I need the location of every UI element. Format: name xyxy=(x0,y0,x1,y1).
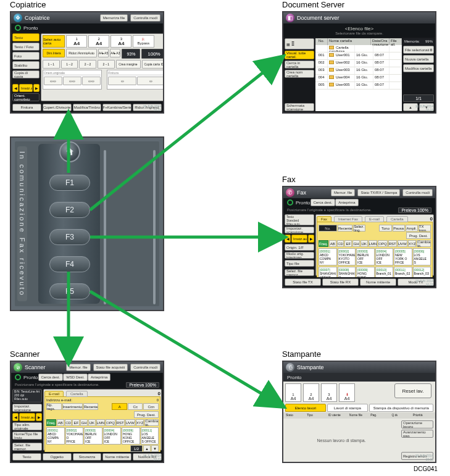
scan-file-nametype[interactable]: Nome/Tipo file Invio xyxy=(12,432,42,440)
fax-txrx-status[interactable]: Stato TX/RX / Stampa xyxy=(357,189,400,196)
fax-store-file[interactable]: Memor. file xyxy=(331,189,355,196)
scan-sender[interactable]: Nome mittente xyxy=(102,453,131,461)
scan-feed-type[interactable]: Tipo alim. originale xyxy=(12,422,42,430)
scan-subject[interactable]: Oggetto xyxy=(43,453,72,461)
destination[interactable]: [00011]Branch_02 xyxy=(394,267,412,277)
scan-sel-stored[interactable]: Selez. file memor. xyxy=(12,443,42,451)
fax-file-type[interactable]: Tipo file xyxy=(285,260,314,267)
destination[interactable]: [00009]HONG KONGOFFICE xyxy=(356,267,375,277)
alpha-opq[interactable]: OPQ xyxy=(106,419,115,426)
scan-check-modes[interactable]: Controlla modi xyxy=(130,364,160,371)
alpha-ijk[interactable]: IJK xyxy=(360,240,368,247)
dup-1to1[interactable]: 1→1 xyxy=(43,60,60,69)
full-options[interactable]: Orient. compilato xyxy=(12,93,40,101)
table-row[interactable]: 003 User003 16 Giu.08:07 xyxy=(315,67,402,75)
alpha-uvw[interactable]: UVW xyxy=(398,240,407,247)
f2-key[interactable]: F2 xyxy=(49,202,90,218)
search-in-folder[interactable]: Cerca in cartella xyxy=(285,61,314,69)
table-row[interactable]: 002 User002 16 Giu.08:07 xyxy=(315,60,402,67)
destination[interactable]: [00005]NEW YORK OFFICE xyxy=(394,248,412,265)
check-modes-button[interactable]: Controlla modi xyxy=(130,14,160,22)
view-mode[interactable]: ▦ ≣ xyxy=(285,38,314,49)
alpha-xyz[interactable]: XYZ xyxy=(408,240,417,247)
destination[interactable]: [00004]LONDON OFFICE xyxy=(103,427,122,445)
scan-summary[interactable]: B/N: Testo/Line Art200 dpiRilev.auto xyxy=(12,389,42,403)
f4-key[interactable]: F4 xyxy=(49,256,90,272)
tab-folder[interactable]: Cartella xyxy=(386,216,408,222)
tab-print-from-media[interactable]: Stampa da dispositivo di memoria xyxy=(369,404,433,412)
foot-cover[interactable]: Copert./Divisorie xyxy=(43,104,72,111)
orig-preset[interactable]: Stabilito xyxy=(12,61,40,69)
fax-mode[interactable]: Modo orig. interimag. xyxy=(285,252,314,259)
fax-auto-settings[interactable]: Imstz.auto xyxy=(291,235,307,243)
destination[interactable]: [00012]Branch_03 xyxy=(413,267,431,277)
tray-1[interactable]: 1A4 xyxy=(66,35,87,48)
ratio-preset-1[interactable]: A4▸A5 xyxy=(98,49,109,57)
orient-1[interactable]: ▭▭ xyxy=(44,77,62,85)
pause-btn[interactable]: Pausa xyxy=(393,225,405,232)
tab-fax[interactable]: Fax xyxy=(317,216,331,222)
foot-edit[interactable]: Modifica/Timbro xyxy=(73,104,102,111)
ptray-1[interactable]: 1A4 xyxy=(285,383,301,402)
create-folder-name[interactable]: Crea nom cartella xyxy=(285,70,314,78)
edit-folder-button[interactable]: Modifica cartella xyxy=(403,64,434,72)
fax-nav-next[interactable]: ▶ xyxy=(308,235,314,243)
reset-job-button[interactable]: Reset lav. xyxy=(394,383,431,398)
alpha-ef[interactable]: EF xyxy=(72,419,80,426)
scan-store-file[interactable]: Memor. file xyxy=(66,364,90,371)
bypass-tray[interactable]: ⎘Bypass xyxy=(133,35,154,48)
orig-gen-copy[interactable]: Copia di copia xyxy=(12,70,40,78)
reg-no[interactable]: Np. regs. xyxy=(46,403,62,410)
foot-dup[interactable]: F+Kombina/Serie xyxy=(102,104,131,111)
f5-key[interactable]: F5 xyxy=(49,283,90,299)
table-row[interactable]: 001 User001 16 Giu.08:07 xyxy=(315,52,402,60)
alpha-freq.[interactable]: Freq. xyxy=(46,419,56,426)
tab-scan-folder[interactable]: Cartella xyxy=(66,391,88,397)
num-input[interactable]: No. xyxy=(319,225,337,232)
fax-preview[interactable]: Anteprima xyxy=(335,199,358,206)
table-row[interactable]: 005 User005 16 Giu.08:07 xyxy=(315,82,402,90)
cc-btn[interactable]: Cc xyxy=(128,403,143,410)
nav-prev[interactable]: ◀ xyxy=(12,84,19,92)
destination[interactable]: [00006]LOS ANGELES xyxy=(413,248,431,265)
fax-sel-stored[interactable]: Selez. file memor. xyxy=(285,269,314,276)
fax-search-dest[interactable]: Cerca dest. xyxy=(310,199,336,206)
shared-folder-row[interactable]: Cartella condivisa xyxy=(315,45,402,52)
id-card-copy[interactable]: Copia carta ID xyxy=(142,60,164,69)
orig-text-photo[interactable]: Testo / Foto xyxy=(12,43,40,51)
scan-dest-down[interactable]: ▼ xyxy=(151,445,159,452)
alpha-cambia tit.[interactable]: Cambia tit. xyxy=(144,419,159,426)
scan-security[interactable]: Sicurezza xyxy=(73,453,102,461)
tone-btn[interactable]: Tono xyxy=(379,225,391,232)
new-folder-button[interactable]: Nuova cartella xyxy=(403,55,434,63)
auto-settings[interactable]: Imstz.auto xyxy=(19,84,33,92)
onhook-btn[interactable]: Ampli. xyxy=(406,225,418,232)
fin-2[interactable]: ▭ xyxy=(137,77,163,85)
alpha-ab[interactable]: AB xyxy=(57,419,64,426)
dup-2to2[interactable]: 2→2 xyxy=(79,60,96,69)
tab-email[interactable]: E-mail xyxy=(365,216,384,222)
f1-key[interactable]: F1 xyxy=(49,175,90,191)
fin-1[interactable]: ▭ xyxy=(108,77,136,85)
f3-key[interactable]: F3 xyxy=(49,229,90,245)
alpha-ab[interactable]: AB xyxy=(329,240,336,247)
dup-2to1[interactable]: 2→1 xyxy=(98,60,115,69)
table-row[interactable]: 004 User004 16 Giu.08:07 xyxy=(315,75,402,82)
fax-scan-settings[interactable]: Impostaz. scansione xyxy=(285,227,314,233)
destination[interactable]: [00002]YOKOHAMA OFFICE xyxy=(65,427,84,445)
recent-dest[interactable]: Recente xyxy=(338,225,352,232)
fax-check-modes[interactable]: Controlla modi xyxy=(402,189,433,196)
destination[interactable]: [00003]BERLIN OFFICE xyxy=(356,248,375,265)
ratio-100[interactable]: 100% xyxy=(141,49,163,59)
home-button[interactable] xyxy=(59,141,80,162)
alpha-ijk[interactable]: IJK xyxy=(88,419,96,426)
scan-settings[interactable]: Impostaz. scansione xyxy=(12,404,42,412)
scan-text[interactable]: Testo xyxy=(12,453,41,461)
destination[interactable]: [00011]LOS ANGELES OFFICE xyxy=(141,427,159,445)
foot-finish[interactable]: Finitura xyxy=(12,104,41,111)
orig-photo[interactable]: Foto xyxy=(12,52,40,60)
manual-entry[interactable]: Inserimento xyxy=(62,403,83,410)
orient-2[interactable]: ▭▭ xyxy=(63,77,81,85)
bcc-btn[interactable]: Ccn xyxy=(143,403,159,410)
create-margin[interactable]: Crea margine xyxy=(116,60,141,69)
